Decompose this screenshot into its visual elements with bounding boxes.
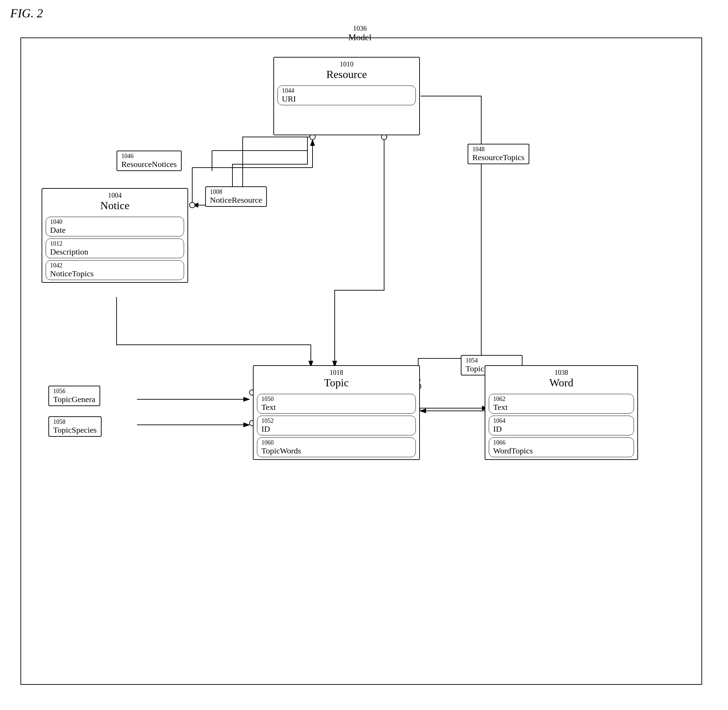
word-text-field: 1062 Text xyxy=(489,394,634,414)
outer-diagram-box: 1036 Model 1010 Resource 1044 URI 1046 R… xyxy=(21,37,702,685)
word-box: 1038 Word 1062 Text 1064 ID 1066 WordTop… xyxy=(485,365,638,460)
notice-resource-label: 1008 NoticeResource xyxy=(205,186,267,207)
word-id-field: 1064 ID xyxy=(489,416,634,436)
notice-description-field: 1012 Description xyxy=(46,239,184,258)
resource-title: 1010 Resource xyxy=(274,57,419,84)
topic-words-field: 1060 TopicWords xyxy=(257,437,416,457)
topic-id-field: 1052 ID xyxy=(257,416,416,436)
topic-species-label: 1058 TopicSpecies xyxy=(48,416,101,437)
figure-title: FIG. 2 xyxy=(10,6,43,21)
resource-topics-label: 1048 ResourceTopics xyxy=(468,144,529,164)
word-topics-field: 1066 WordTopics xyxy=(489,437,634,457)
svg-point-6 xyxy=(189,202,195,208)
topic-box: 1018 Topic 1050 Text 1052 ID 1060 TopicW… xyxy=(253,365,420,460)
topic-genera-label: 1056 TopicGenera xyxy=(48,386,100,406)
model-label: 1036 Model xyxy=(348,25,371,43)
resource-notices-label: 1046 ResourceNotices xyxy=(117,151,182,171)
notice-box: 1004 Notice 1040 Date 1012 Description 1… xyxy=(41,188,188,283)
resource-uri-field: 1044 URI xyxy=(277,85,416,105)
resource-box: 1010 Resource 1044 URI xyxy=(273,57,420,135)
topic-text-field: 1050 Text xyxy=(257,394,416,414)
notice-title: 1004 Notice xyxy=(42,189,188,215)
word-title: 1038 Word xyxy=(485,366,637,392)
notice-topics-field: 1042 NoticeTopics xyxy=(46,260,184,280)
notice-date-field: 1040 Date xyxy=(46,217,184,236)
topic-title: 1018 Topic xyxy=(254,366,419,392)
